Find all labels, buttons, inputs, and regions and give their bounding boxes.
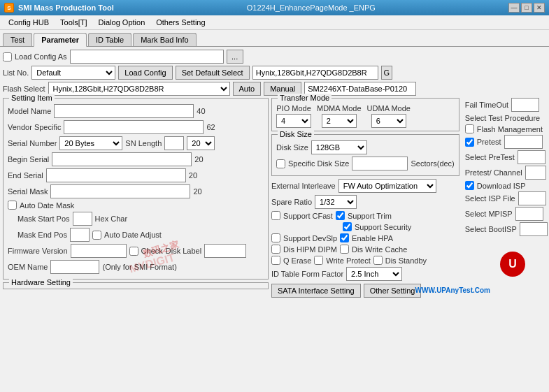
q-erase-checkbox[interactable]: [271, 256, 280, 265]
tab-id-table[interactable]: ID Table: [88, 33, 131, 46]
other-setting-button[interactable]: Other Setting: [364, 284, 422, 298]
g-button[interactable]: G: [381, 66, 392, 80]
select-pretest-input[interactable]: PTE: [518, 150, 546, 164]
support-security-checkbox[interactable]: [343, 222, 352, 231]
list-no-row: List No. Default Load Config Set Default…: [3, 66, 546, 80]
u-circle-icon: U: [500, 252, 525, 277]
select-bootisp-row: Select BootISP Boo: [465, 222, 549, 236]
model-name-input[interactable]: SILICONMOTION SM2246XT: [54, 104, 194, 118]
load-config-input[interactable]: [70, 50, 224, 64]
external-interleave-select[interactable]: FW Auto Optimization: [338, 179, 436, 193]
tab-parameter[interactable]: Parameter: [34, 33, 87, 47]
pretest-channel-input[interactable]: A: [525, 166, 546, 180]
begin-serial-input[interactable]: AA00000000000000586: [52, 152, 192, 166]
auto-date-adjust-checkbox[interactable]: [92, 231, 101, 240]
pretest-label: Pretest: [477, 138, 501, 146]
pio-mode-select[interactable]: 4: [276, 114, 311, 128]
load-config-checkbox[interactable]: [3, 52, 12, 61]
sn-length-select[interactable]: 20: [187, 136, 215, 150]
support-cfast-checkbox[interactable]: [271, 211, 280, 220]
pretest-input[interactable]: 1. Don't R: [504, 135, 543, 149]
model-name-label: Model Name: [8, 107, 51, 115]
spare-ratio-select[interactable]: 1/32: [315, 195, 357, 209]
pretest-checkbox[interactable]: [465, 138, 474, 147]
disk-size-row: Disk Size 128GB: [276, 140, 455, 154]
flash-select-row: Flash Select Hynix,128Gbit,H27QDG8D2B8R …: [3, 82, 546, 96]
flash-select-dropdown[interactable]: Hynix,128Gbit,H27QDG8D2B8R: [48, 82, 230, 96]
pretest-channel-row: Pretest/ Channel A: [465, 166, 549, 180]
disk-label-label: Disk Label: [166, 247, 201, 255]
check-checkbox[interactable]: [129, 247, 138, 256]
select-isp-input[interactable]: ISP2: [518, 191, 546, 205]
serial-mask-input[interactable]: AA################: [50, 184, 190, 198]
menu-others-setting[interactable]: Others Setting: [150, 17, 211, 28]
app-icon: S: [4, 3, 14, 13]
minimize-button[interactable]: —: [508, 3, 520, 13]
list-no-label: List No.: [3, 68, 29, 77]
flash-mgmt-row: Flash Management: [465, 124, 549, 133]
main-content: Load Config As ... List No. Default Load…: [0, 47, 549, 390]
check-label: Check: [141, 247, 163, 255]
specific-disk-row: Specific Disk Size 13000000 Sectors(dec): [276, 157, 455, 170]
hex-char-label: Hex Char: [95, 215, 127, 223]
load-config-label: Load Config As: [15, 52, 67, 61]
download-isp-checkbox[interactable]: [465, 181, 474, 190]
write-protect-checkbox[interactable]: [314, 256, 323, 265]
udma-mode-select[interactable]: 6: [371, 114, 406, 128]
firmware-version-input[interactable]: [71, 244, 127, 258]
download-isp-row: Download ISP: [465, 181, 549, 190]
vendor-specific-label: Vendor Specific: [8, 123, 61, 131]
list-no-select[interactable]: Default: [31, 66, 115, 80]
dis-write-cache-checkbox[interactable]: [340, 245, 349, 254]
specific-disk-checkbox[interactable]: [276, 159, 285, 168]
end-serial-input[interactable]: AA00000000000001000: [46, 168, 186, 182]
sn-length-input[interactable]: 20: [164, 136, 184, 150]
vendor-specific-input[interactable]: [64, 120, 204, 134]
mask-start-pos-input[interactable]: 3: [73, 212, 92, 226]
sn-length-label: SN Length: [125, 139, 162, 147]
checkbox-row-2: Support Security: [271, 222, 459, 231]
begin-serial-row: Begin Serial AA00000000000000586 20: [8, 152, 264, 166]
close-button[interactable]: ✕: [534, 3, 545, 13]
select-mpisp-input[interactable]: MPI: [515, 207, 543, 221]
mdma-mode-select[interactable]: 2: [322, 114, 357, 128]
dis-standby-checkbox[interactable]: [373, 256, 383, 265]
menu-config-hub[interactable]: Config HUB: [3, 17, 55, 28]
disk-size-group: Disk Size Disk Size 128GB Specific Disk …: [271, 134, 459, 176]
serial-number-select[interactable]: 20 Bytes: [59, 136, 122, 150]
flash-mgmt-checkbox[interactable]: [465, 124, 474, 133]
disk-label-input[interactable]: SSD DISK: [204, 244, 246, 258]
specific-disk-input[interactable]: 13000000: [352, 157, 408, 170]
support-devslp-label: Support DevSlp: [283, 234, 337, 242]
support-trim-checkbox[interactable]: [336, 211, 345, 220]
load-config-button[interactable]: Load Config: [118, 66, 172, 80]
disk-size-select[interactable]: 128GB: [311, 140, 367, 154]
maximize-button[interactable]: □: [521, 3, 532, 13]
tab-test[interactable]: Test: [3, 33, 32, 46]
oem-name-input[interactable]: DISKDISK: [50, 260, 99, 274]
support-devslp-checkbox[interactable]: [271, 233, 280, 242]
menu-tools[interactable]: Tools[T]: [55, 17, 93, 28]
serial-mask-label: Serial Mask: [8, 187, 48, 196]
spare-ratio-row: Spare Ratio 1/32: [271, 195, 459, 209]
set-default-button[interactable]: Set Default Select: [176, 66, 250, 80]
sata-interface-button[interactable]: SATA Interface Setting: [271, 284, 361, 298]
id-table-select[interactable]: 2.5 Inch: [346, 267, 402, 281]
auto-button[interactable]: Auto: [233, 82, 262, 96]
select-pretest-row: Select PreTest PTE: [465, 150, 549, 164]
auto-date-mask-checkbox[interactable]: [8, 201, 17, 210]
model-name-num: 40: [197, 107, 205, 115]
menu-dialog-option[interactable]: Dialog Option: [93, 17, 151, 28]
end-serial-num: 20: [189, 171, 197, 180]
oem-name-label: OEM Name: [8, 263, 48, 271]
external-interleave-label: External Interleave: [271, 182, 336, 190]
tab-mark-bad-info[interactable]: Mark Bad Info: [133, 33, 196, 46]
fail-timeout-input[interactable]: 600: [511, 98, 539, 112]
download-isp-label: Download ISP: [477, 182, 526, 190]
mask-end-pos-input[interactable]: 10: [70, 228, 90, 242]
enable-hpa-checkbox[interactable]: [340, 233, 349, 242]
select-bootisp-input[interactable]: Boo: [520, 222, 548, 236]
browse-button[interactable]: ...: [227, 50, 243, 64]
dis-hipm-dipm-checkbox[interactable]: [271, 245, 280, 254]
select-mpisp-row: Select MPISP MPI: [465, 207, 549, 221]
